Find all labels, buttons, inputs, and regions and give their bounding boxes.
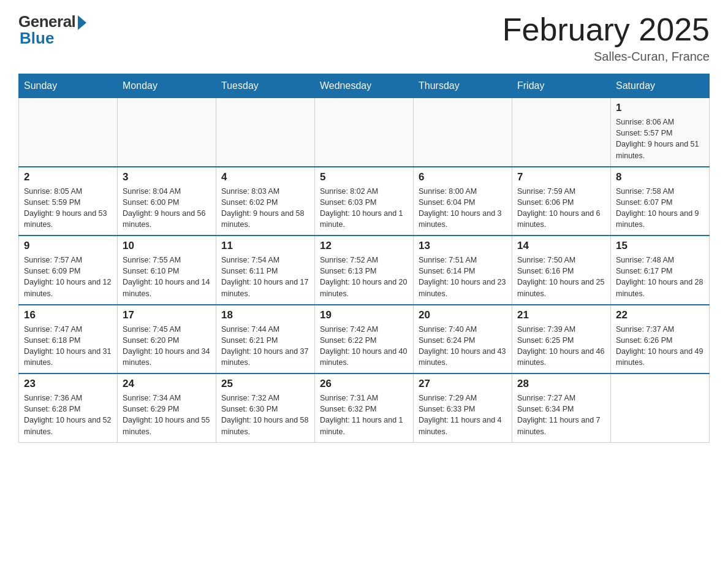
day-info: Sunrise: 7:52 AM Sunset: 6:13 PM Dayligh… xyxy=(320,255,408,299)
calendar-day-cell: 2Sunrise: 8:05 AM Sunset: 5:59 PM Daylig… xyxy=(19,167,118,236)
calendar-day-cell: 24Sunrise: 7:34 AM Sunset: 6:29 PM Dayli… xyxy=(118,373,216,442)
calendar-day-cell: 9Sunrise: 7:57 AM Sunset: 6:09 PM Daylig… xyxy=(19,236,118,305)
day-number: 11 xyxy=(221,240,309,252)
day-info: Sunrise: 7:27 AM Sunset: 6:34 PM Dayligh… xyxy=(517,393,605,437)
day-of-week-header: Sunday xyxy=(19,74,118,98)
day-number: 15 xyxy=(616,240,704,252)
calendar-day-cell: 21Sunrise: 7:39 AM Sunset: 6:25 PM Dayli… xyxy=(512,305,611,374)
day-of-week-header: Thursday xyxy=(414,74,512,98)
logo-arrow-icon xyxy=(78,15,86,30)
calendar-day-cell: 16Sunrise: 7:47 AM Sunset: 6:18 PM Dayli… xyxy=(19,305,118,374)
day-info: Sunrise: 7:47 AM Sunset: 6:18 PM Dayligh… xyxy=(24,324,112,369)
calendar-week-row: 16Sunrise: 7:47 AM Sunset: 6:18 PM Dayli… xyxy=(19,305,710,374)
day-number: 7 xyxy=(517,171,605,183)
day-info: Sunrise: 8:00 AM Sunset: 6:04 PM Dayligh… xyxy=(419,186,507,231)
day-info: Sunrise: 7:50 AM Sunset: 6:16 PM Dayligh… xyxy=(517,255,605,299)
day-info: Sunrise: 8:03 AM Sunset: 6:02 PM Dayligh… xyxy=(221,186,309,231)
day-number: 14 xyxy=(517,240,605,252)
calendar-day-cell xyxy=(414,98,512,167)
day-of-week-header: Friday xyxy=(512,74,611,98)
calendar-week-row: 9Sunrise: 7:57 AM Sunset: 6:09 PM Daylig… xyxy=(19,236,710,305)
calendar-day-cell: 28Sunrise: 7:27 AM Sunset: 6:34 PM Dayli… xyxy=(512,373,611,442)
day-number: 5 xyxy=(320,171,408,183)
calendar-day-cell xyxy=(611,373,710,442)
day-number: 21 xyxy=(517,309,605,321)
day-info: Sunrise: 8:04 AM Sunset: 6:00 PM Dayligh… xyxy=(123,186,211,231)
calendar-day-cell: 26Sunrise: 7:31 AM Sunset: 6:32 PM Dayli… xyxy=(315,373,414,442)
calendar-day-cell xyxy=(216,98,315,167)
day-info: Sunrise: 7:29 AM Sunset: 6:33 PM Dayligh… xyxy=(419,393,507,437)
day-info: Sunrise: 7:42 AM Sunset: 6:22 PM Dayligh… xyxy=(320,324,408,369)
calendar-day-cell: 11Sunrise: 7:54 AM Sunset: 6:11 PM Dayli… xyxy=(216,236,315,305)
page-header: General Blue February 2025 Salles-Curan,… xyxy=(18,12,710,64)
day-number: 2 xyxy=(24,171,112,183)
calendar-day-cell: 19Sunrise: 7:42 AM Sunset: 6:22 PM Dayli… xyxy=(315,305,414,374)
day-number: 23 xyxy=(24,378,112,390)
calendar-day-cell xyxy=(512,98,611,167)
day-number: 18 xyxy=(221,309,309,321)
day-info: Sunrise: 7:55 AM Sunset: 6:10 PM Dayligh… xyxy=(123,255,211,299)
day-info: Sunrise: 7:48 AM Sunset: 6:17 PM Dayligh… xyxy=(616,255,704,299)
day-number: 17 xyxy=(123,309,211,321)
day-of-week-header: Tuesday xyxy=(216,74,315,98)
day-info: Sunrise: 7:31 AM Sunset: 6:32 PM Dayligh… xyxy=(320,393,408,437)
day-of-week-header: Wednesday xyxy=(315,74,414,98)
logo: General Blue xyxy=(18,12,86,48)
calendar-day-cell: 12Sunrise: 7:52 AM Sunset: 6:13 PM Dayli… xyxy=(315,236,414,305)
day-info: Sunrise: 7:39 AM Sunset: 6:25 PM Dayligh… xyxy=(517,324,605,369)
day-info: Sunrise: 7:51 AM Sunset: 6:14 PM Dayligh… xyxy=(419,255,507,299)
day-number: 3 xyxy=(123,171,211,183)
day-info: Sunrise: 7:37 AM Sunset: 6:26 PM Dayligh… xyxy=(616,324,704,369)
day-info: Sunrise: 7:59 AM Sunset: 6:06 PM Dayligh… xyxy=(517,186,605,231)
calendar-day-cell: 22Sunrise: 7:37 AM Sunset: 6:26 PM Dayli… xyxy=(611,305,710,374)
day-number: 26 xyxy=(320,378,408,390)
day-info: Sunrise: 7:44 AM Sunset: 6:21 PM Dayligh… xyxy=(221,324,309,369)
calendar-day-cell xyxy=(19,98,118,167)
day-number: 1 xyxy=(616,102,704,114)
day-number: 16 xyxy=(24,309,112,321)
calendar-table: SundayMondayTuesdayWednesdayThursdayFrid… xyxy=(18,74,710,443)
month-title: February 2025 xyxy=(502,12,710,47)
day-info: Sunrise: 8:05 AM Sunset: 5:59 PM Dayligh… xyxy=(24,186,112,231)
calendar-header-row: SundayMondayTuesdayWednesdayThursdayFrid… xyxy=(19,74,710,98)
day-info: Sunrise: 8:06 AM Sunset: 5:57 PM Dayligh… xyxy=(616,117,704,161)
calendar-day-cell: 10Sunrise: 7:55 AM Sunset: 6:10 PM Dayli… xyxy=(118,236,216,305)
logo-blue-text: Blue xyxy=(20,29,54,48)
day-number: 9 xyxy=(24,240,112,252)
day-of-week-header: Saturday xyxy=(611,74,710,98)
calendar-day-cell: 25Sunrise: 7:32 AM Sunset: 6:30 PM Dayli… xyxy=(216,373,315,442)
calendar-day-cell: 14Sunrise: 7:50 AM Sunset: 6:16 PM Dayli… xyxy=(512,236,611,305)
calendar-day-cell: 3Sunrise: 8:04 AM Sunset: 6:00 PM Daylig… xyxy=(118,167,216,236)
day-number: 24 xyxy=(123,378,211,390)
calendar-week-row: 2Sunrise: 8:05 AM Sunset: 5:59 PM Daylig… xyxy=(19,167,710,236)
day-number: 19 xyxy=(320,309,408,321)
calendar-week-row: 1Sunrise: 8:06 AM Sunset: 5:57 PM Daylig… xyxy=(19,98,710,167)
day-number: 28 xyxy=(517,378,605,390)
calendar-day-cell: 27Sunrise: 7:29 AM Sunset: 6:33 PM Dayli… xyxy=(414,373,512,442)
title-block: February 2025 Salles-Curan, France xyxy=(502,12,710,64)
day-info: Sunrise: 7:36 AM Sunset: 6:28 PM Dayligh… xyxy=(24,393,112,437)
location: Salles-Curan, France xyxy=(502,50,710,64)
day-info: Sunrise: 8:02 AM Sunset: 6:03 PM Dayligh… xyxy=(320,186,408,231)
calendar-day-cell: 17Sunrise: 7:45 AM Sunset: 6:20 PM Dayli… xyxy=(118,305,216,374)
calendar-day-cell: 23Sunrise: 7:36 AM Sunset: 6:28 PM Dayli… xyxy=(19,373,118,442)
day-number: 27 xyxy=(419,378,507,390)
day-number: 4 xyxy=(221,171,309,183)
day-info: Sunrise: 7:40 AM Sunset: 6:24 PM Dayligh… xyxy=(419,324,507,369)
day-of-week-header: Monday xyxy=(118,74,216,98)
day-number: 10 xyxy=(123,240,211,252)
day-info: Sunrise: 7:57 AM Sunset: 6:09 PM Dayligh… xyxy=(24,255,112,299)
calendar-day-cell: 1Sunrise: 8:06 AM Sunset: 5:57 PM Daylig… xyxy=(611,98,710,167)
day-number: 13 xyxy=(419,240,507,252)
day-number: 8 xyxy=(616,171,704,183)
day-number: 20 xyxy=(419,309,507,321)
calendar-day-cell: 18Sunrise: 7:44 AM Sunset: 6:21 PM Dayli… xyxy=(216,305,315,374)
calendar-day-cell: 4Sunrise: 8:03 AM Sunset: 6:02 PM Daylig… xyxy=(216,167,315,236)
calendar-day-cell: 13Sunrise: 7:51 AM Sunset: 6:14 PM Dayli… xyxy=(414,236,512,305)
day-info: Sunrise: 7:45 AM Sunset: 6:20 PM Dayligh… xyxy=(123,324,211,369)
day-info: Sunrise: 7:58 AM Sunset: 6:07 PM Dayligh… xyxy=(616,186,704,231)
calendar-day-cell: 7Sunrise: 7:59 AM Sunset: 6:06 PM Daylig… xyxy=(512,167,611,236)
day-number: 6 xyxy=(419,171,507,183)
calendar-day-cell: 5Sunrise: 8:02 AM Sunset: 6:03 PM Daylig… xyxy=(315,167,414,236)
calendar-day-cell xyxy=(118,98,216,167)
